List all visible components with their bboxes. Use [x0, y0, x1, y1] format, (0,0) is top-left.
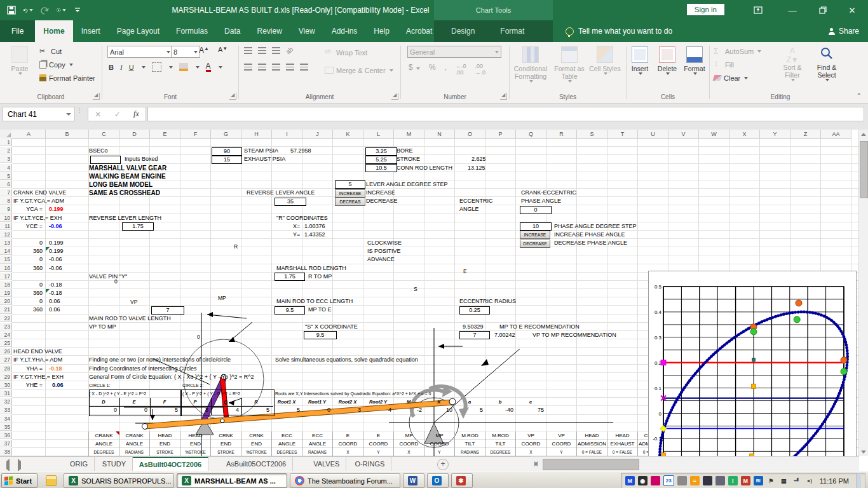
- start-button[interactable]: Start: [1, 473, 37, 488]
- input-box[interactable]: 7: [459, 331, 490, 339]
- tray-icon-alert[interactable]: !: [728, 476, 738, 485]
- spreadsheet-grid[interactable]: ABCDEFGHIJKLMNOPQRSTUVWXYZAA123456789101…: [0, 130, 859, 456]
- tray-icon-mcafee[interactable]: M: [741, 476, 750, 485]
- row-header-14[interactable]: 14: [0, 247, 12, 255]
- show-desktop-button[interactable]: [857, 473, 861, 488]
- number-format-combo[interactable]: General: [407, 46, 501, 58]
- row-header-24[interactable]: 24: [0, 331, 12, 339]
- ribbon-tab-design[interactable]: Design: [443, 20, 483, 42]
- tray-icon-flag[interactable]: ⚑: [766, 476, 776, 485]
- number-dialog-launcher[interactable]: ◢: [500, 93, 507, 100]
- redo-icon[interactable]: [39, 5, 50, 15]
- comma-style-icon[interactable]: ,: [445, 63, 447, 76]
- sign-in-button[interactable]: Sign in: [687, 4, 724, 15]
- align-center-icon[interactable]: [258, 64, 266, 71]
- autosum-button[interactable]: ΣAutoSum: [714, 44, 761, 58]
- scroll-down-arrow[interactable]: [859, 447, 868, 456]
- scroll-up-arrow[interactable]: [859, 130, 868, 139]
- ribbon-tab-review[interactable]: Review: [248, 20, 290, 42]
- sheet-tab-asbuilt05oct2006[interactable]: AsBuilt05OCT2006: [220, 457, 293, 471]
- row-header-28[interactable]: 28: [0, 365, 12, 372]
- sheet-nav-right-icon[interactable]: [18, 461, 21, 469]
- row-header-32[interactable]: 32: [0, 398, 12, 405]
- tray-icon-volume[interactable]: ◄): [804, 476, 814, 485]
- row-header-21[interactable]: 21: [0, 306, 12, 313]
- column-header-A[interactable]: A: [12, 130, 46, 139]
- shrink-font-button[interactable]: A▼: [218, 46, 227, 53]
- orientation-icon[interactable]: ab: [285, 46, 295, 56]
- row-header-31[interactable]: 31: [0, 390, 12, 397]
- sheet-tab-asbuilt04oct2006[interactable]: AsBuilt04OCT2006: [133, 457, 208, 471]
- row-header-29[interactable]: 29: [0, 373, 12, 381]
- column-header-D[interactable]: D: [119, 130, 150, 139]
- tray-icon-adobe[interactable]: ◉: [638, 476, 648, 485]
- column-header-I[interactable]: I: [272, 130, 302, 139]
- row-header-15[interactable]: 15: [0, 255, 12, 263]
- font-dialog-launcher[interactable]: ◢: [229, 93, 236, 100]
- column-header-V[interactable]: V: [668, 130, 699, 139]
- taskbar-button-marshall-beam-as-[interactable]: XMARSHALL-BEAM AS ...: [177, 473, 287, 488]
- save-icon[interactable]: [6, 5, 17, 15]
- increase-decimal-icon[interactable]: ←.0.00: [456, 63, 466, 76]
- column-header-B[interactable]: B: [46, 130, 89, 139]
- cancel-formula-icon[interactable]: ✕: [95, 110, 101, 119]
- row-header-4[interactable]: 4: [0, 164, 12, 172]
- borders-button[interactable]: [152, 62, 161, 72]
- row-header-35[interactable]: 35: [0, 423, 12, 431]
- increase-indent-icon[interactable]: [300, 64, 308, 71]
- cut-button[interactable]: ✂Cut: [39, 44, 95, 58]
- row-header-19[interactable]: 19: [0, 289, 12, 297]
- fill-color-button[interactable]: [179, 63, 188, 71]
- column-header-U[interactable]: U: [638, 130, 668, 139]
- tray-icon-powerbi[interactable]: BI: [754, 476, 763, 485]
- wrap-text-button[interactable]: abWrap Text: [325, 46, 367, 59]
- tray-icon-clipboard[interactable]: ▤: [779, 476, 789, 485]
- find-select-button[interactable]: Find & Select: [810, 43, 843, 91]
- row-header-13[interactable]: 13: [0, 239, 12, 247]
- sheet-tab-o-rings[interactable]: O-RINGS: [348, 457, 391, 471]
- decreas-button[interactable]: DECREAS: [335, 198, 365, 206]
- conditional-formatting-button[interactable]: Conditional Formatting: [511, 43, 550, 91]
- format-as-table-button[interactable]: Format as Table: [552, 43, 587, 91]
- clear-button[interactable]: Clear: [714, 71, 761, 85]
- column-header-W[interactable]: W: [699, 130, 729, 139]
- ribbon-tab-formulas[interactable]: Formulas: [168, 20, 216, 42]
- alignment-dialog-launcher[interactable]: ◢: [391, 93, 398, 100]
- ribbon-tab-file[interactable]: File: [0, 20, 35, 42]
- tray-icon-malwarebytes[interactable]: M: [625, 476, 635, 485]
- ribbon-tab-add-ins[interactable]: Add-ins: [323, 20, 366, 42]
- input-box[interactable]: 5.25: [365, 156, 397, 164]
- grow-font-button[interactable]: A▲: [199, 46, 209, 55]
- row-header-8[interactable]: 8: [0, 197, 12, 205]
- clipboard-dialog-launcher[interactable]: ◢: [93, 93, 100, 100]
- tray-icon-nx[interactable]: [651, 476, 660, 485]
- share-button[interactable]: Share: [829, 20, 859, 42]
- ribbon-tab-home[interactable]: Home: [35, 20, 72, 42]
- align-left-icon[interactable]: [244, 64, 252, 71]
- taskbar-button-the-steamboating-forum-[interactable]: The Steamboating Forum...: [290, 473, 400, 488]
- align-bottom-icon[interactable]: [272, 47, 280, 54]
- ribbon-tab-view[interactable]: View: [290, 20, 323, 42]
- column-header-F[interactable]: F: [180, 130, 211, 139]
- align-middle-icon[interactable]: [258, 47, 266, 54]
- minimize-button[interactable]: —: [782, 0, 803, 20]
- column-header-G[interactable]: G: [211, 130, 241, 139]
- vertical-scrollbar[interactable]: [858, 130, 868, 456]
- tray-icon-screen[interactable]: [715, 476, 725, 485]
- row-header-30[interactable]: 30: [0, 381, 12, 389]
- input-box[interactable]: 10.5: [365, 164, 397, 172]
- column-header-O[interactable]: O: [455, 130, 485, 139]
- fill-button[interactable]: ⇩Fill: [714, 58, 761, 71]
- select-all-corner[interactable]: [0, 130, 13, 139]
- row-header-38[interactable]: 38: [0, 448, 12, 456]
- row-header-9[interactable]: 9: [0, 205, 12, 213]
- input-box[interactable]: 1.75: [275, 273, 305, 281]
- accounting-format-icon[interactable]: $: [409, 63, 420, 76]
- copy-button[interactable]: Copy: [39, 58, 95, 71]
- tray-icon-sync[interactable]: =: [690, 476, 700, 485]
- font-color-button[interactable]: A: [206, 62, 211, 72]
- taskbar-button-word[interactable]: W: [403, 473, 424, 488]
- insert-cells-button[interactable]: Insert: [627, 43, 653, 91]
- scroll-right-arrow[interactable]: [531, 459, 540, 468]
- decrease-indent-icon[interactable]: [286, 64, 294, 71]
